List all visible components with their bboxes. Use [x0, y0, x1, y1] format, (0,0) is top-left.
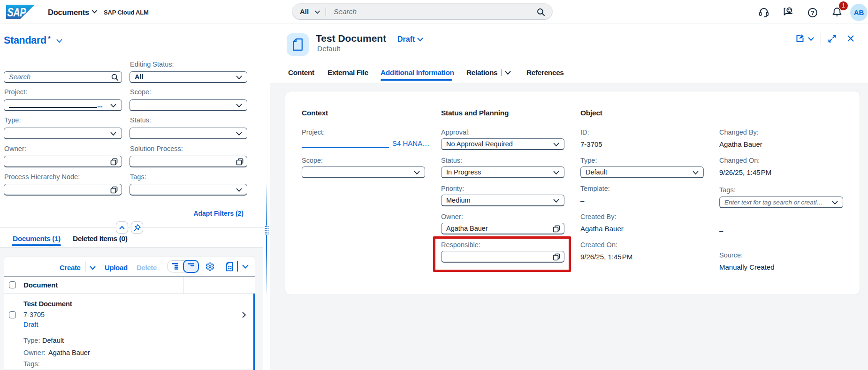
svg-text:?: ?: [811, 9, 815, 16]
svg-text:SAP: SAP: [7, 6, 26, 19]
